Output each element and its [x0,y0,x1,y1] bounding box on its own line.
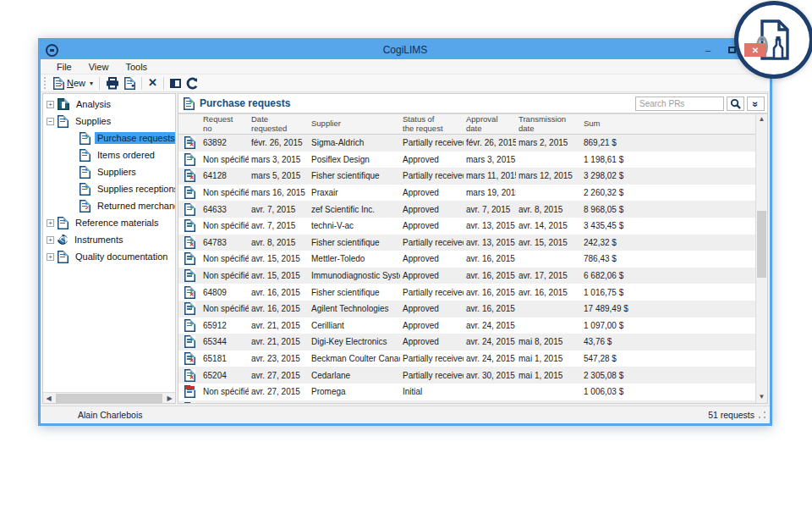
tree-expander[interactable]: − [47,118,54,125]
table-row[interactable]: ✓✕ 64783 avr. 8, 2015 Fisher scientifiqu… [178,235,755,251]
maximize-icon [728,47,736,53]
resize-grip[interactable] [758,411,766,419]
scroll-up-icon[interactable]: ▲ [756,114,767,125]
tree-expander[interactable]: + [47,219,54,227]
table-row[interactable]: ✓ Non spécifié avr. 7, 2015 techni-V-ac … [178,218,755,235]
cell-transmission-date: mars 12, 2015 [516,171,581,180]
cell-request-no: Non spécifié [200,271,249,280]
table-row[interactable]: ✓✕ 65181 avr. 23, 2015 Beckman Coulter C… [178,351,755,367]
search-input[interactable] [635,97,724,111]
table-row[interactable]: ✓ Non spécifié avr. 15, 2015 Mettler-Tol… [178,251,755,268]
content-area: + Analysis − Supplies ✓ [41,92,770,406]
toggle-panel-button[interactable] [167,78,184,89]
minimize-button[interactable]: – [697,43,719,57]
table-row[interactable]: ✓✕ 65204 avr. 27, 2015 Cedarlane Partial… [178,367,755,384]
tree-expander[interactable]: + [47,253,54,261]
search-button[interactable] [727,97,744,111]
column-header[interactable]: Transmission date [516,114,581,134]
maximize-button[interactable] [721,43,743,57]
cell-transmission-date: avr. 8, 2015 [516,205,581,214]
cell-approval-date: avr. 24, 2015 [464,354,516,363]
tree-item[interactable]: ✓ Returned merchandise [43,197,175,214]
refresh-button[interactable] [184,76,201,91]
cell-supplier: Fisher scientifique [309,171,400,180]
cell-date-requested: mars 5, 2015 [249,171,309,180]
request-document-icon: ✓✕ [184,369,195,382]
tree-item[interactable]: − Supplies [43,113,175,130]
cell-sum: 8 968,05 $ [581,205,650,214]
table-row[interactable]: Non spécifié avr. 27, 2015 Promega Initi… [178,384,755,400]
table-row[interactable]: ✓ 64633 avr. 7, 2015 zef Scientific Inc.… [178,201,755,218]
column-header[interactable]: Sum [581,114,650,134]
column-header[interactable]: Date requested [249,114,309,134]
tree-horizontal-scrollbar[interactable]: ◀ ▶ [43,392,175,403]
cell-date-requested: avr. 15, 2015 [249,271,309,280]
cell-supplier: Sigma-Aldrich [309,138,400,147]
table-row[interactable]: ✓ Non spécifié avr. 16, 2015 Agilent Tec… [178,301,755,318]
table-row[interactable]: ✓ 65344 avr. 21, 2015 Digi-Key Electroni… [178,334,755,351]
column-header[interactable]: Request no [200,114,249,134]
cell-date-requested: avr. 16, 2015 [249,288,309,297]
request-document-icon: ✓ [184,319,195,332]
menu-item[interactable]: Tools [118,60,155,74]
scroll-right-icon[interactable]: ▶ [164,394,175,403]
cell-date-requested: mars 3, 2015 [249,155,309,164]
tree-item-mark-icon: ✓ [85,185,90,191]
tree-item-icon [80,149,91,162]
scroll-down-icon[interactable]: ▼ [756,392,767,403]
cell-transmission-date: mai 1, 2015 [516,354,581,363]
tree-scrollbar-thumb[interactable] [56,394,162,403]
table-headers: Request no Date requested [200,114,650,134]
table-row[interactable]: ✓✕ 65301 avr. 28, 2015 Fisher scientifiq… [178,400,755,404]
export-button[interactable]: ● [122,76,138,91]
table-row[interactable]: ✓✕ 64128 mars 5, 2015 Fisher scientifiqu… [178,168,755,185]
table-row[interactable]: ✓ Non spécifié mars 16, 2015 Praxair App… [178,185,755,202]
table-row[interactable]: ✓ Non spécifié mars 3, 2015 Posiflex Des… [178,152,755,168]
cell-sum: 869,21 $ [581,138,650,147]
column-header[interactable]: Status of the request [400,114,464,134]
cell-approval-date: avr. 24, 2015 [464,337,516,346]
table-vertical-scrollbar[interactable]: ▲ ▼ [755,114,767,403]
cell-sum: 1 006,03 $ [581,387,650,396]
table-row[interactable]: ✓✕ 64809 avr. 16, 2015 Fisher scientifiq… [178,284,755,301]
table-row[interactable]: ✓ 65912 avr. 21, 2015 Cerilliant Approve… [178,318,755,334]
cell-date-requested: mars 16, 2015 [249,188,309,197]
tree-item[interactable]: + Quality documentation [43,248,175,265]
delete-button[interactable]: ✕ [145,77,160,89]
tree-expander[interactable]: + [47,236,54,244]
tree-item[interactable]: + Reference materials [43,214,175,231]
scroll-left-icon[interactable]: ◀ [43,394,54,403]
request-document-icon: ✓ [184,269,195,282]
table-scrollbar-thumb[interactable] [757,211,766,278]
filter-expand-button[interactable]: » [747,97,765,111]
request-document-icon [184,385,195,398]
close-button[interactable]: ✕ [744,43,766,57]
tree-item[interactable]: Items ordered [43,146,175,163]
cell-approval-date: avr. 16, 2015 [464,288,516,297]
tree-item-label: Items ordered [95,149,157,161]
column-header[interactable]: Supplier [309,114,400,134]
desktop: CogiLIMS – ✕ FileViewTools ✓ New ▾ [0,0,812,508]
tree-item[interactable]: + Analysis [43,96,175,113]
new-button[interactable]: ✓ New ▾ [51,76,96,91]
tree-item[interactable]: ✓ Purchase requests [43,130,175,146]
table-row[interactable]: ✓✕ 63892 févr. 26, 2015 Sigma-Aldrich Pa… [178,135,755,152]
cell-sum: 2 305,08 $ [581,371,650,380]
request-document-icon: ✓✕ [184,236,195,249]
table-row[interactable]: ✓ Non spécifié avr. 15, 2015 Immunodiagn… [178,268,755,284]
cell-transmission-date: avr. 16, 2015 [516,288,581,297]
cell-supplier: Agilent Technologies [309,304,400,313]
cell-transmission-date: mai 1, 2015 [516,371,581,380]
panel-icon [170,79,181,88]
column-header[interactable]: Approval date [464,114,516,134]
menu-item[interactable]: View [81,60,117,74]
tree-item[interactable]: + Instruments [43,231,175,248]
print-button[interactable] [103,76,122,91]
menu-item[interactable]: File [49,60,80,74]
tree-item[interactable]: Suppliers [43,163,175,180]
tree-expander[interactable]: + [47,101,54,108]
tree-item-icon [80,166,91,179]
new-dropdown-caret-icon[interactable]: ▾ [90,80,93,87]
tree-item[interactable]: ✓ Supplies receptions [43,180,175,197]
request-document-icon: ✓ [184,252,195,265]
